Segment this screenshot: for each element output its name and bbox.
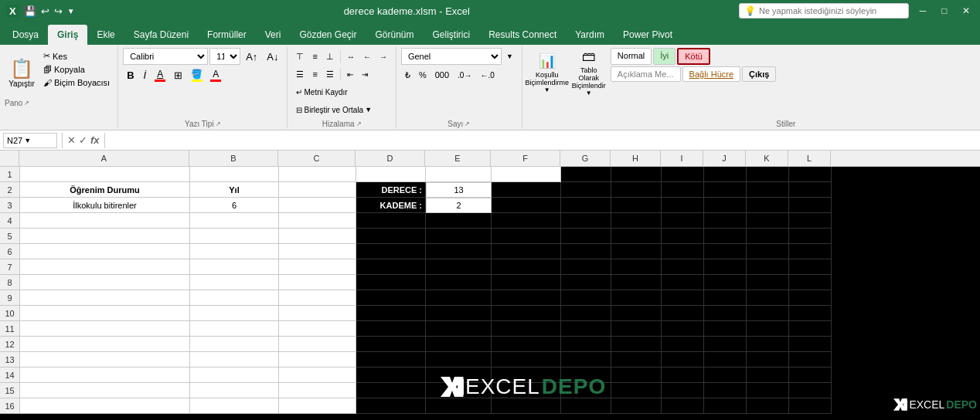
cell-f11[interactable] — [492, 321, 561, 337]
borders-button[interactable]: ⊞ — [170, 66, 186, 83]
cell-l11[interactable] — [789, 321, 832, 337]
cell-a8[interactable] — [20, 275, 190, 290]
cell-c12[interactable] — [279, 337, 356, 352]
cell-e9[interactable] — [426, 290, 492, 306]
row-header-8[interactable]: 8 — [0, 275, 19, 290]
cell-k15[interactable] — [747, 383, 789, 398]
cell-h14[interactable] — [611, 368, 662, 383]
cell-l14[interactable] — [789, 368, 832, 383]
cell-k3[interactable] — [747, 198, 789, 213]
cell-f5[interactable] — [492, 229, 561, 244]
cell-k8[interactable] — [747, 275, 789, 290]
cell-e12[interactable] — [426, 337, 492, 352]
cell-l15[interactable] — [789, 383, 832, 398]
cell-k12[interactable] — [747, 337, 789, 352]
row-header-11[interactable]: 11 — [0, 321, 19, 337]
row-header-7[interactable]: 7 — [0, 259, 19, 275]
cell-k6[interactable] — [747, 244, 789, 259]
cell-i12[interactable] — [662, 337, 704, 352]
cell-j8[interactable] — [704, 275, 747, 290]
cell-j7[interactable] — [704, 259, 747, 275]
cell-a10[interactable] — [20, 306, 190, 321]
cell-i10[interactable] — [662, 306, 704, 321]
cell-j12[interactable] — [704, 337, 747, 352]
font-color-button[interactable]: A — [207, 66, 224, 83]
undo-icon[interactable]: ↩ — [41, 5, 49, 17]
decrease-decimal-button[interactable]: ←.0 — [476, 66, 498, 83]
cell-b16[interactable] — [190, 398, 279, 414]
cell-j15[interactable] — [704, 383, 747, 398]
cell-l2[interactable] — [789, 182, 832, 198]
cell-h9[interactable] — [611, 290, 662, 306]
cut-button[interactable]: ✂ Kes — [40, 49, 113, 63]
close-button[interactable]: ✕ — [958, 3, 974, 19]
style-aciklama-button[interactable]: Açıklama Me... — [611, 66, 681, 82]
cell-c15[interactable] — [279, 383, 356, 398]
cell-i16[interactable] — [662, 398, 704, 414]
cell-l4[interactable] — [789, 213, 832, 229]
row-header-6[interactable]: 6 — [0, 244, 19, 259]
merge-center-button[interactable]: ⊟ Birleştir ve Ortala ▼ — [292, 101, 376, 118]
hizalama-expand-icon[interactable]: ↗ — [356, 120, 362, 127]
cell-k7[interactable] — [747, 259, 789, 275]
cell-h13[interactable] — [611, 352, 662, 368]
cell-c11[interactable] — [279, 321, 356, 337]
cell-g10[interactable] — [561, 306, 611, 321]
italic-button[interactable]: İ — [140, 66, 151, 83]
col-header-a[interactable]: A — [19, 151, 189, 166]
cell-j9[interactable] — [704, 290, 747, 306]
row-header-16[interactable]: 16 — [0, 398, 19, 414]
sayi-expand-icon[interactable]: ↗ — [464, 120, 470, 127]
cell-h1[interactable] — [611, 167, 662, 182]
increase-font-button[interactable]: A↑ — [242, 48, 261, 65]
cell-g4[interactable] — [561, 213, 611, 229]
name-box-dropdown[interactable]: ▼ — [24, 137, 31, 144]
text-direction-button[interactable]: ↔ — [343, 48, 359, 65]
cell-h8[interactable] — [611, 275, 662, 290]
cell-i4[interactable] — [662, 213, 704, 229]
cell-d6[interactable] — [356, 244, 426, 259]
cell-a15[interactable] — [20, 383, 190, 398]
cell-i11[interactable] — [662, 321, 704, 337]
cell-d3[interactable]: KADEME : — [356, 198, 426, 213]
cell-c5[interactable] — [279, 229, 356, 244]
indent-increase-button[interactable]: → — [376, 48, 391, 65]
cell-l10[interactable] — [789, 306, 832, 321]
cell-f12[interactable] — [492, 337, 561, 352]
cell-g8[interactable] — [561, 275, 611, 290]
cell-b4[interactable] — [190, 213, 279, 229]
fill-color-button[interactable]: 🪣 — [188, 66, 206, 83]
tab-formuller[interactable]: Formüller — [198, 25, 256, 45]
cell-i5[interactable] — [662, 229, 704, 244]
col-header-h[interactable]: H — [611, 151, 661, 166]
increase-decimal-button[interactable]: .0→ — [454, 66, 475, 83]
cell-d2[interactable]: DERECE : — [356, 182, 426, 198]
cell-j16[interactable] — [704, 398, 747, 414]
cell-c16[interactable] — [279, 398, 356, 414]
cell-e7[interactable] — [426, 259, 492, 275]
font-name-select[interactable]: Calibri — [123, 48, 208, 65]
col-header-j[interactable]: J — [703, 151, 746, 166]
cell-d4[interactable] — [356, 213, 426, 229]
cell-c6[interactable] — [279, 244, 356, 259]
pano-expand-icon[interactable]: ↗ — [24, 100, 29, 107]
cell-i3[interactable] — [662, 198, 704, 213]
col-header-e[interactable]: E — [425, 151, 491, 166]
cell-a13[interactable] — [20, 352, 190, 368]
cell-f16[interactable] — [492, 398, 561, 414]
cell-f6[interactable] — [492, 244, 561, 259]
currency-button[interactable]: ₺ — [401, 66, 414, 83]
cell-f8[interactable] — [492, 275, 561, 290]
cell-j14[interactable] — [704, 368, 747, 383]
cell-i14[interactable] — [662, 368, 704, 383]
search-box[interactable]: 💡 — [739, 3, 909, 19]
number-format-expand-button[interactable]: ▼ — [502, 48, 517, 65]
number-format-select[interactable]: Genel — [401, 48, 502, 65]
cell-l6[interactable] — [789, 244, 832, 259]
cell-e5[interactable] — [426, 229, 492, 244]
cell-j10[interactable] — [704, 306, 747, 321]
cell-e16[interactable] — [426, 398, 492, 414]
cell-c9[interactable] — [279, 290, 356, 306]
align-top-button[interactable]: ⊤ — [292, 48, 308, 65]
cell-h2[interactable] — [611, 182, 662, 198]
